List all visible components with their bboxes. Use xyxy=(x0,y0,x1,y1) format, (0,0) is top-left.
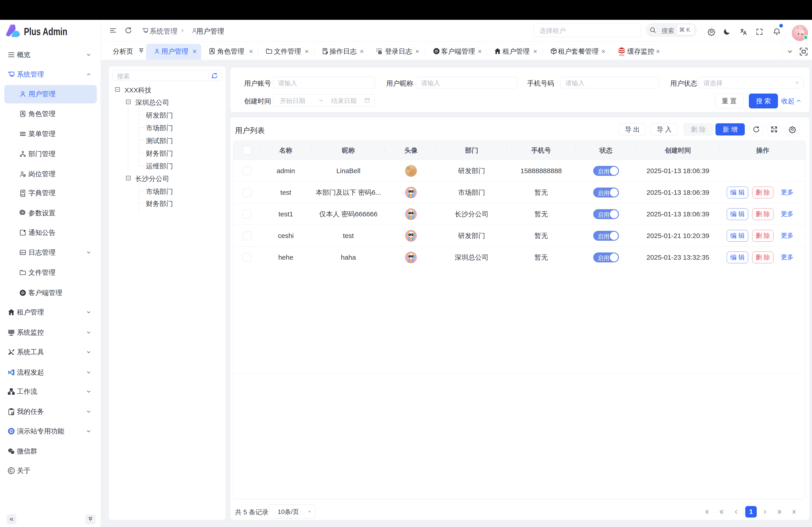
svg-text:DEV: DEV xyxy=(20,251,25,254)
svg-text:redis: redis xyxy=(619,54,624,56)
